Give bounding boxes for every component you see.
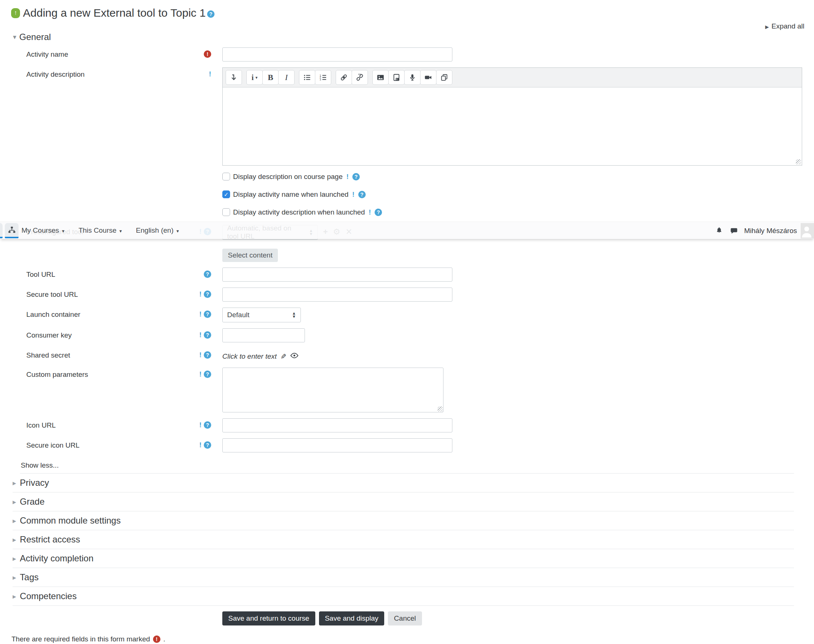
- secure-tool-url-row: Secure tool URL: [0, 288, 814, 302]
- paragraph-styles-icon[interactable]: i▾: [246, 70, 263, 85]
- help-icon[interactable]: [353, 173, 360, 181]
- display-description-row: Display description on course page: [222, 172, 814, 182]
- advanced-icon: [353, 191, 354, 198]
- consumer-key-input[interactable]: [222, 328, 305, 342]
- icon-url-label: Icon URL: [26, 419, 189, 429]
- record-video-icon[interactable]: [420, 70, 437, 85]
- record-audio-icon[interactable]: [404, 70, 420, 85]
- save-and-return-button[interactable]: Save and return to course: [222, 612, 315, 626]
- advanced-icon: [199, 441, 202, 449]
- secure-tool-url-input[interactable]: [222, 288, 452, 302]
- nav-right-cluster: Mihály Mészáros: [715, 222, 814, 239]
- help-icon[interactable]: [204, 270, 211, 278]
- site-navigation-icon: [8, 226, 16, 234]
- show-secret-eye-icon[interactable]: [290, 351, 299, 362]
- svg-text:3: 3: [320, 78, 321, 81]
- manage-files-icon[interactable]: [436, 70, 452, 85]
- section-grade[interactable]: Grade: [12, 492, 794, 511]
- help-icon[interactable]: [204, 331, 211, 339]
- messages-icon[interactable]: [730, 227, 738, 235]
- secure-icon-url-input[interactable]: [222, 439, 452, 452]
- advanced-icon: [199, 421, 202, 429]
- nav-language[interactable]: English (en): [136, 226, 179, 235]
- external-tool-icon: ↑: [11, 8, 20, 18]
- custom-parameters-label: Custom parameters: [26, 368, 189, 379]
- advanced-icon: [199, 351, 202, 359]
- shared-secret-value[interactable]: Click to enter text: [222, 353, 277, 360]
- section-general-header[interactable]: General: [0, 32, 814, 42]
- select-content-button[interactable]: Select content: [222, 248, 278, 262]
- activity-name-input[interactable]: [222, 48, 452, 61]
- consumer-key-row: Consumer key: [0, 328, 814, 342]
- display-activity-description-checkbox[interactable]: [222, 208, 230, 216]
- help-icon[interactable]: [204, 290, 211, 298]
- section-activity-completion[interactable]: Activity completion: [12, 549, 794, 568]
- advanced-icon: [199, 371, 202, 378]
- nav-my-courses[interactable]: My Courses: [21, 226, 64, 235]
- top-navbar: My Courses This Course English (en) Mihá…: [0, 222, 814, 239]
- nav-menu: My Courses This Course English (en): [21, 226, 179, 235]
- ordered-list-icon[interactable]: 123: [315, 70, 331, 85]
- section-tags[interactable]: Tags: [12, 568, 794, 587]
- custom-parameters-row: Custom parameters: [0, 368, 814, 412]
- icon-url-row: Icon URL: [0, 419, 814, 432]
- edit-pencil-icon[interactable]: ✎: [281, 353, 287, 361]
- show-less-link[interactable]: Show less...: [21, 462, 814, 469]
- help-icon[interactable]: [204, 371, 211, 378]
- secure-icon-url-row: Secure icon URL: [0, 439, 814, 452]
- required-fields-note: There are required fields in this form m…: [11, 635, 814, 643]
- chevron-right-icon: [12, 592, 16, 601]
- section-privacy[interactable]: Privacy: [12, 474, 794, 492]
- chevron-right-icon: [12, 498, 16, 506]
- editor-toolbar: i▾ B I 123: [223, 68, 802, 87]
- custom-parameters-textarea[interactable]: [222, 368, 443, 412]
- media-icon[interactable]: [388, 70, 405, 85]
- activity-name-label: Activity name: [26, 48, 189, 58]
- icon-url-input[interactable]: [222, 419, 452, 432]
- chevron-right-icon: [12, 554, 16, 563]
- launch-container-select[interactable]: Default: [222, 308, 301, 322]
- link-icon[interactable]: [336, 70, 352, 85]
- chevron-down-icon: [62, 226, 64, 235]
- advanced-icon: [346, 173, 349, 181]
- section-common-module-settings[interactable]: Common module settings: [12, 511, 794, 530]
- title-help-icon[interactable]: [207, 11, 215, 18]
- tool-url-label: Tool URL: [26, 268, 189, 279]
- display-description-checkbox[interactable]: [222, 173, 230, 181]
- user-name[interactable]: Mihály Mészáros: [744, 227, 797, 235]
- avatar[interactable]: [801, 223, 814, 239]
- help-icon[interactable]: [204, 311, 211, 318]
- help-icon[interactable]: [375, 209, 382, 216]
- display-activity-name-checkbox[interactable]: [222, 190, 230, 198]
- advanced-icon: [369, 209, 371, 216]
- chevron-right-icon: [12, 517, 16, 525]
- italic-icon[interactable]: I: [278, 70, 294, 85]
- form-actions: Save and return to course Save and displ…: [222, 612, 814, 626]
- cancel-button[interactable]: Cancel: [388, 612, 422, 626]
- notifications-bell-icon[interactable]: [715, 227, 723, 235]
- section-competencies[interactable]: Competencies: [12, 587, 794, 606]
- chevron-down-icon: [119, 226, 122, 235]
- activity-description-row: Activity description i▾ B I: [0, 67, 814, 166]
- help-icon[interactable]: [204, 421, 211, 429]
- unordered-list-icon[interactable]: [299, 70, 315, 85]
- bold-icon[interactable]: B: [262, 70, 279, 85]
- help-icon[interactable]: [204, 441, 211, 449]
- help-icon[interactable]: [358, 191, 366, 198]
- tool-url-input[interactable]: [222, 268, 452, 282]
- secure-tool-url-label: Secure tool URL: [26, 288, 189, 299]
- nav-tab-edge[interactable]: [0, 223, 3, 238]
- unlink-icon[interactable]: [352, 70, 368, 85]
- section-restrict-access[interactable]: Restrict access: [12, 530, 794, 549]
- advanced-icon: [199, 331, 202, 339]
- editor-content-area[interactable]: [223, 87, 802, 165]
- nav-this-course[interactable]: This Course: [78, 226, 122, 235]
- save-and-display-button[interactable]: Save and display: [319, 612, 385, 626]
- expand-all-link[interactable]: Expand all: [765, 22, 804, 31]
- collapse-toolbar-icon[interactable]: [225, 70, 242, 85]
- required-icon: [153, 635, 161, 643]
- site-navigation-tab[interactable]: [5, 223, 18, 238]
- chevron-right-icon: [12, 535, 16, 544]
- help-icon[interactable]: [204, 351, 211, 359]
- image-icon[interactable]: [373, 70, 389, 85]
